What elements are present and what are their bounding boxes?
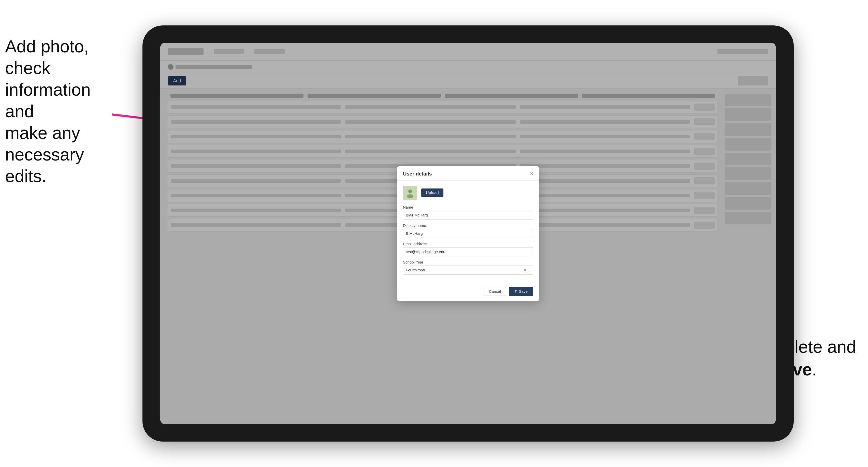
display-name-input[interactable] [403,229,533,238]
modal-title: User details [403,171,432,177]
left-annotation: Add photo, check information and make an… [5,36,112,187]
school-year-label: School Year [403,260,533,264]
annotation-line-1: Add photo, check [5,37,89,77]
photo-section: Upload [403,186,533,200]
modal-footer: Cancel ⇧ Save [397,284,539,301]
tablet-device: Add [143,25,794,442]
school-year-input[interactable] [403,266,533,275]
school-year-clear-button[interactable]: × [524,268,526,272]
modal-header: User details × [397,166,539,181]
save-button[interactable]: ⇧ Save [509,287,533,296]
modal-body: Upload Name Display name Email addre [397,181,539,284]
cancel-button[interactable]: Cancel [484,287,506,296]
display-name-label: Display name [403,223,533,228]
email-label: Email address [403,242,533,246]
name-label: Name [403,205,533,209]
save-icon: ⇧ [515,289,518,293]
tablet-screen: Add [160,43,776,424]
modal-overlay: User details × [160,43,776,424]
annotation-line-2: information and [5,80,91,121]
save-label: Save [519,289,528,293]
email-input[interactable] [403,247,533,256]
name-field-group: Name [403,205,533,220]
school-year-select-wrapper: × ⌄ [403,266,533,275]
user-photo-icon [405,188,415,198]
annotation-right-end: . [812,360,817,379]
user-details-modal: User details × [397,166,539,301]
display-name-field-group: Display name [403,223,533,238]
email-field-group: Email address [403,242,533,256]
annotation-line-4: necessary edits. [5,145,84,186]
upload-button[interactable]: Upload [421,188,443,197]
school-year-field-group: School Year × ⌄ [403,260,533,275]
photo-thumbnail [403,186,417,200]
name-input[interactable] [403,211,533,220]
annotation-line-3: make any [5,123,80,143]
modal-close-button[interactable]: × [530,171,533,177]
svg-point-3 [408,189,412,193]
